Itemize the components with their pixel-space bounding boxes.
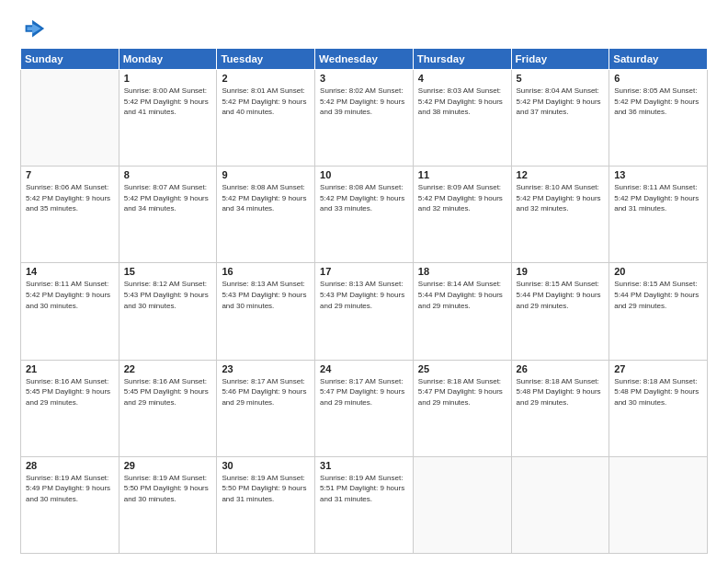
day-number: 23 [222,363,310,374]
day-number: 1 [124,73,212,84]
day-number: 17 [320,266,408,277]
day-number: 20 [614,266,702,277]
day-info: Sunrise: 8:19 AM Sunset: 5:50 PM Dayligh… [124,473,212,505]
calendar-week-row: 21Sunrise: 8:16 AM Sunset: 5:45 PM Dayli… [21,360,708,456]
day-number: 5 [517,73,605,84]
day-number: 14 [26,266,114,277]
day-info: Sunrise: 8:08 AM Sunset: 5:42 PM Dayligh… [320,182,408,214]
calendar-cell: 6Sunrise: 8:05 AM Sunset: 5:42 PM Daylig… [609,70,708,167]
calendar-cell: 11Sunrise: 8:09 AM Sunset: 5:42 PM Dayli… [413,167,511,263]
day-info: Sunrise: 8:08 AM Sunset: 5:42 PM Dayligh… [222,182,310,214]
calendar-cell: 30Sunrise: 8:19 AM Sunset: 5:50 PM Dayli… [217,456,315,553]
day-info: Sunrise: 8:17 AM Sunset: 5:47 PM Dayligh… [320,376,408,408]
day-number: 7 [26,169,114,180]
calendar-cell: 3Sunrise: 8:02 AM Sunset: 5:42 PM Daylig… [315,70,414,167]
day-number: 3 [320,73,408,84]
day-number: 25 [418,363,506,374]
day-number: 4 [418,73,506,84]
calendar-cell [609,456,708,553]
day-info: Sunrise: 8:13 AM Sunset: 5:43 PM Dayligh… [320,279,408,311]
calendar-cell [413,456,511,553]
weekday-sunday: Sunday [21,49,119,70]
day-number: 18 [418,266,506,277]
day-info: Sunrise: 8:18 AM Sunset: 5:47 PM Dayligh… [418,376,506,408]
day-info: Sunrise: 8:15 AM Sunset: 5:44 PM Dayligh… [614,279,702,311]
day-info: Sunrise: 8:14 AM Sunset: 5:44 PM Dayligh… [418,279,506,311]
logo-icon [20,17,46,42]
weekday-header-row: SundayMondayTuesdayWednesdayThursdayFrid… [21,49,708,70]
day-info: Sunrise: 8:19 AM Sunset: 5:51 PM Dayligh… [320,473,408,505]
weekday-monday: Monday [119,49,217,70]
calendar-cell: 7Sunrise: 8:06 AM Sunset: 5:42 PM Daylig… [21,167,119,263]
calendar-week-row: 28Sunrise: 8:19 AM Sunset: 5:49 PM Dayli… [21,456,708,553]
day-number: 27 [614,363,702,374]
calendar-cell: 28Sunrise: 8:19 AM Sunset: 5:49 PM Dayli… [21,456,119,553]
day-info: Sunrise: 8:18 AM Sunset: 5:48 PM Dayligh… [517,376,605,408]
calendar-cell: 27Sunrise: 8:18 AM Sunset: 5:48 PM Dayli… [609,360,708,456]
day-info: Sunrise: 8:06 AM Sunset: 5:42 PM Dayligh… [26,182,114,214]
day-info: Sunrise: 8:13 AM Sunset: 5:43 PM Dayligh… [222,279,310,311]
day-info: Sunrise: 8:10 AM Sunset: 5:42 PM Dayligh… [517,182,605,214]
day-info: Sunrise: 8:04 AM Sunset: 5:42 PM Dayligh… [517,86,605,118]
day-number: 28 [26,460,114,471]
calendar-header: SundayMondayTuesdayWednesdayThursdayFrid… [21,49,708,70]
day-number: 31 [320,460,408,471]
calendar-cell [511,456,609,553]
day-number: 6 [614,73,702,84]
day-info: Sunrise: 8:00 AM Sunset: 5:42 PM Dayligh… [124,86,212,118]
page: SundayMondayTuesdayWednesdayThursdayFrid… [0,0,728,563]
day-info: Sunrise: 8:09 AM Sunset: 5:42 PM Dayligh… [418,182,506,214]
calendar-cell: 25Sunrise: 8:18 AM Sunset: 5:47 PM Dayli… [413,360,511,456]
day-number: 29 [124,460,212,471]
day-number: 8 [124,169,212,180]
day-number: 10 [320,169,408,180]
calendar-cell: 17Sunrise: 8:13 AM Sunset: 5:43 PM Dayli… [315,263,414,360]
calendar-cell: 8Sunrise: 8:07 AM Sunset: 5:42 PM Daylig… [119,167,217,263]
day-number: 22 [124,363,212,374]
day-info: Sunrise: 8:01 AM Sunset: 5:42 PM Dayligh… [222,86,310,118]
day-number: 13 [614,169,702,180]
calendar-table: SundayMondayTuesdayWednesdayThursdayFrid… [20,48,708,554]
calendar-cell: 13Sunrise: 8:11 AM Sunset: 5:42 PM Dayli… [609,167,708,263]
calendar-week-row: 1Sunrise: 8:00 AM Sunset: 5:42 PM Daylig… [21,70,708,167]
day-number: 21 [26,363,114,374]
calendar-cell: 29Sunrise: 8:19 AM Sunset: 5:50 PM Dayli… [119,456,217,553]
calendar-week-row: 7Sunrise: 8:06 AM Sunset: 5:42 PM Daylig… [21,167,708,263]
calendar-cell: 23Sunrise: 8:17 AM Sunset: 5:46 PM Dayli… [217,360,315,456]
calendar-cell: 14Sunrise: 8:11 AM Sunset: 5:42 PM Dayli… [21,263,119,360]
calendar-cell: 22Sunrise: 8:16 AM Sunset: 5:45 PM Dayli… [119,360,217,456]
weekday-friday: Friday [511,49,609,70]
calendar-cell: 9Sunrise: 8:08 AM Sunset: 5:42 PM Daylig… [217,167,315,263]
day-info: Sunrise: 8:15 AM Sunset: 5:44 PM Dayligh… [517,279,605,311]
calendar-cell: 21Sunrise: 8:16 AM Sunset: 5:45 PM Dayli… [21,360,119,456]
calendar-cell: 4Sunrise: 8:03 AM Sunset: 5:42 PM Daylig… [413,70,511,167]
day-number: 11 [418,169,506,180]
day-number: 24 [320,363,408,374]
day-info: Sunrise: 8:02 AM Sunset: 5:42 PM Dayligh… [320,86,408,118]
day-info: Sunrise: 8:18 AM Sunset: 5:48 PM Dayligh… [614,376,702,408]
day-info: Sunrise: 8:19 AM Sunset: 5:50 PM Dayligh… [222,473,310,505]
calendar-cell: 20Sunrise: 8:15 AM Sunset: 5:44 PM Dayli… [609,263,708,360]
day-info: Sunrise: 8:16 AM Sunset: 5:45 PM Dayligh… [124,376,212,408]
weekday-tuesday: Tuesday [217,49,315,70]
day-info: Sunrise: 8:16 AM Sunset: 5:45 PM Dayligh… [26,376,114,408]
calendar-cell: 16Sunrise: 8:13 AM Sunset: 5:43 PM Dayli… [217,263,315,360]
calendar-cell: 10Sunrise: 8:08 AM Sunset: 5:42 PM Dayli… [315,167,414,263]
logo [20,17,50,42]
day-info: Sunrise: 8:19 AM Sunset: 5:49 PM Dayligh… [26,473,114,505]
day-number: 30 [222,460,310,471]
day-info: Sunrise: 8:11 AM Sunset: 5:42 PM Dayligh… [26,279,114,311]
day-info: Sunrise: 8:17 AM Sunset: 5:46 PM Dayligh… [222,376,310,408]
day-info: Sunrise: 8:07 AM Sunset: 5:42 PM Dayligh… [124,182,212,214]
day-number: 2 [222,73,310,84]
day-info: Sunrise: 8:11 AM Sunset: 5:42 PM Dayligh… [614,182,702,214]
weekday-wednesday: Wednesday [315,49,414,70]
calendar-cell: 31Sunrise: 8:19 AM Sunset: 5:51 PM Dayli… [315,456,414,553]
calendar-cell: 12Sunrise: 8:10 AM Sunset: 5:42 PM Dayli… [511,167,609,263]
day-info: Sunrise: 8:05 AM Sunset: 5:42 PM Dayligh… [614,86,702,118]
weekday-saturday: Saturday [609,49,708,70]
day-number: 15 [124,266,212,277]
calendar-week-row: 14Sunrise: 8:11 AM Sunset: 5:42 PM Dayli… [21,263,708,360]
day-number: 16 [222,266,310,277]
day-number: 12 [517,169,605,180]
